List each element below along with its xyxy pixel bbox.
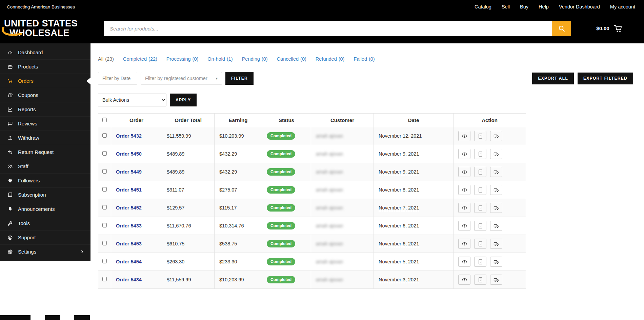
filter-by-date-input[interactable] bbox=[98, 72, 137, 85]
order-link[interactable]: Order 5452 bbox=[116, 205, 142, 211]
row-checkbox[interactable] bbox=[102, 259, 107, 263]
filter-on-hold[interactable]: On-hold(1) bbox=[207, 56, 233, 62]
invoice-button[interactable] bbox=[474, 239, 486, 249]
shipment-button[interactable] bbox=[490, 131, 502, 141]
invoice-button[interactable] bbox=[474, 257, 486, 267]
truck-icon bbox=[494, 133, 499, 139]
order-link[interactable]: Order 5433 bbox=[116, 223, 142, 228]
row-checkbox[interactable] bbox=[102, 169, 107, 174]
filter-button[interactable]: FILTER bbox=[225, 72, 254, 85]
cart-widget[interactable]: $0.00 bbox=[596, 24, 644, 33]
actions-cell bbox=[454, 145, 526, 163]
order-date: November 12, 2021 bbox=[379, 133, 422, 139]
order-link[interactable]: Order 5434 bbox=[116, 277, 142, 282]
shipment-button[interactable] bbox=[490, 257, 502, 267]
search-input[interactable] bbox=[104, 21, 552, 36]
invoice-button[interactable] bbox=[474, 221, 486, 231]
select-all-checkbox[interactable] bbox=[102, 118, 107, 122]
order-link[interactable]: Order 5450 bbox=[116, 151, 142, 157]
sidebar-item-products[interactable]: Products bbox=[0, 60, 90, 74]
nav-my-account[interactable]: My account bbox=[610, 4, 635, 9]
sidebar-item-return-request[interactable]: Return Request bbox=[0, 145, 90, 159]
filter-processing[interactable]: Processing(0) bbox=[166, 56, 198, 62]
view-order-button[interactable] bbox=[458, 167, 470, 177]
eye-icon bbox=[462, 205, 467, 211]
export-all-button[interactable]: EXPORT ALL bbox=[532, 73, 574, 84]
sidebar-item-settings[interactable]: Settings bbox=[0, 245, 90, 259]
order-link[interactable]: Order 5454 bbox=[116, 259, 142, 264]
shipment-button[interactable] bbox=[490, 149, 502, 159]
site-logo[interactable]: UNITED STATES WHOLESALE bbox=[0, 19, 91, 38]
sidebar-item-announcements[interactable]: Announcements bbox=[0, 202, 90, 216]
apply-button[interactable]: APPLY bbox=[170, 94, 197, 106]
row-checkbox[interactable] bbox=[102, 187, 107, 192]
sidebar-item-tools[interactable]: Tools bbox=[0, 216, 90, 231]
view-order-button[interactable] bbox=[458, 203, 470, 213]
sidebar-item-label: Return Request bbox=[18, 149, 54, 155]
view-order-button[interactable] bbox=[458, 185, 470, 195]
order-link[interactable]: Order 5451 bbox=[116, 187, 142, 193]
sidebar-item-label: Products bbox=[18, 64, 38, 69]
sidebar-item-followers[interactable]: Followers bbox=[0, 174, 90, 188]
shipment-button[interactable] bbox=[490, 185, 502, 195]
nav-sell[interactable]: Sell bbox=[502, 4, 510, 9]
sidebar-item-staff[interactable]: Staff bbox=[0, 159, 90, 174]
filter-pending[interactable]: Pending(0) bbox=[242, 56, 268, 62]
filter-cancelled[interactable]: Cancelled(0) bbox=[277, 56, 306, 62]
filter-customer-dropdown[interactable]: Filter by registered customer ▾ bbox=[141, 72, 222, 85]
actions-cell bbox=[454, 271, 526, 289]
search-button[interactable] bbox=[552, 21, 571, 36]
view-order-button[interactable] bbox=[458, 275, 470, 285]
nav-catalog[interactable]: Catalog bbox=[475, 4, 491, 9]
row-checkbox[interactable] bbox=[102, 241, 107, 245]
view-order-button[interactable] bbox=[458, 149, 470, 159]
order-date: November 7, 2021 bbox=[379, 205, 419, 211]
filter-all[interactable]: All(23) bbox=[98, 56, 114, 62]
row-checkbox[interactable] bbox=[102, 151, 107, 156]
filter-refunded[interactable]: Refunded(0) bbox=[316, 56, 345, 62]
order-date: November 6, 2021 bbox=[379, 223, 419, 229]
cart-total: $0.00 bbox=[596, 25, 609, 32]
shipment-button[interactable] bbox=[490, 203, 502, 213]
sidebar-item-dashboard[interactable]: Dashboard bbox=[0, 45, 90, 60]
sidebar-item-withdraw[interactable]: Withdraw bbox=[0, 131, 90, 145]
sidebar-item-label: Dashboard bbox=[18, 49, 43, 55]
nav-buy[interactable]: Buy bbox=[520, 4, 528, 9]
view-order-button[interactable] bbox=[458, 131, 470, 141]
filter-completed[interactable]: Completed(22) bbox=[123, 56, 157, 62]
sidebar-item-reviews[interactable]: Reviews bbox=[0, 117, 90, 131]
shipment-button[interactable] bbox=[490, 275, 502, 285]
invoice-button[interactable] bbox=[474, 275, 486, 285]
view-order-button[interactable] bbox=[458, 257, 470, 267]
sidebar-item-support[interactable]: Support bbox=[0, 231, 90, 245]
bulk-actions-select[interactable]: Bulk Actions bbox=[98, 94, 166, 106]
shipment-button[interactable] bbox=[490, 239, 502, 249]
view-order-button[interactable] bbox=[458, 221, 470, 231]
sidebar-item-orders[interactable]: Orders bbox=[0, 74, 90, 88]
row-checkbox[interactable] bbox=[102, 205, 107, 209]
nav-help[interactable]: Help bbox=[539, 4, 549, 9]
shipment-button[interactable] bbox=[490, 221, 502, 231]
invoice-button[interactable] bbox=[474, 185, 486, 195]
invoice-button[interactable] bbox=[474, 167, 486, 177]
order-total: $311.07 bbox=[162, 181, 215, 199]
sidebar-item-coupons[interactable]: Coupons bbox=[0, 88, 90, 102]
order-link[interactable]: Order 5453 bbox=[116, 241, 142, 246]
filter-failed[interactable]: Failed(0) bbox=[354, 56, 375, 62]
sidebar-item-subscription[interactable]: Subscription bbox=[0, 188, 90, 202]
order-total: $11,670.76 bbox=[162, 217, 215, 235]
row-checkbox[interactable] bbox=[102, 277, 107, 281]
row-checkbox[interactable] bbox=[102, 223, 107, 227]
order-link[interactable]: Order 5449 bbox=[116, 169, 142, 175]
invoice-button[interactable] bbox=[474, 203, 486, 213]
partial-bottom-blocks bbox=[0, 315, 90, 320]
sidebar-item-reports[interactable]: Reports bbox=[0, 102, 90, 117]
view-order-button[interactable] bbox=[458, 239, 470, 249]
order-link[interactable]: Order 5432 bbox=[116, 133, 142, 139]
row-checkbox[interactable] bbox=[102, 133, 107, 138]
export-filtered-button[interactable]: EXPORT FILTERED bbox=[578, 73, 633, 84]
invoice-button[interactable] bbox=[474, 149, 486, 159]
invoice-button[interactable] bbox=[474, 131, 486, 141]
shipment-button[interactable] bbox=[490, 167, 502, 177]
nav-vendor-dashboard[interactable]: Vendor Dashboard bbox=[559, 4, 600, 9]
